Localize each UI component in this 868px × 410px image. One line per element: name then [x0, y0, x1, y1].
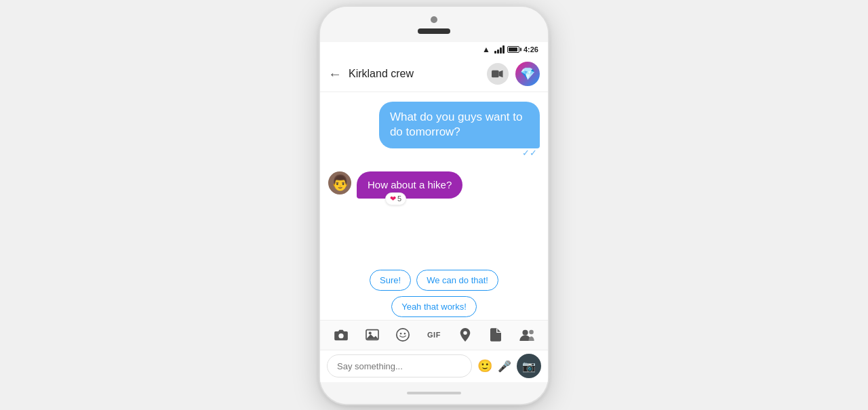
camera-fab-button[interactable]: 📷 [517, 354, 541, 378]
outgoing-text: What do you guys want to do tomorrow? [390, 110, 523, 139]
incoming-message: 👨 How about a hike? ❤ 5 [328, 171, 540, 199]
video-call-button[interactable] [487, 63, 509, 85]
app-header: ← Kirkland crew 💎 [320, 57, 548, 92]
scene: ▲ 4:26 ← Kirkland cr [0, 0, 868, 410]
emoji-button[interactable]: 🙂 [477, 358, 492, 373]
diamond-icon: 💎 [520, 66, 535, 81]
group-avatar-button[interactable]: 💎 [515, 62, 540, 86]
top-bezel [320, 7, 548, 42]
gif-toolbar-button[interactable]: GIF [423, 324, 445, 346]
contacts-icon [519, 329, 534, 341]
incoming-text: How about a hike? [368, 179, 452, 190]
outgoing-bubble: What do you guys want to do tomorrow? [379, 102, 540, 149]
location-toolbar-button[interactable] [454, 324, 476, 346]
bottom-toolbar: GIF [320, 320, 548, 350]
video-icon [492, 70, 504, 78]
smart-reply-we-can[interactable]: We can do that! [416, 270, 498, 291]
image-toolbar-button[interactable] [361, 324, 383, 346]
speaker-grille [418, 28, 450, 34]
header-actions: 💎 [487, 62, 540, 86]
smart-replies-container: Sure! We can do that! Yeah that works! [320, 263, 548, 320]
svg-point-11 [529, 330, 534, 335]
contacts-toolbar-button[interactable] [516, 324, 538, 346]
svg-rect-0 [492, 70, 499, 78]
bottom-bezel [320, 382, 548, 404]
file-icon [490, 328, 501, 342]
battery-icon [507, 46, 519, 53]
message-input[interactable] [327, 354, 472, 377]
camera-toolbar-button[interactable] [330, 324, 352, 346]
back-button[interactable]: ← [328, 66, 342, 82]
camera-dot [431, 16, 437, 23]
status-icons: ▲ 4:26 [482, 45, 538, 54]
reaction-count: 5 [397, 194, 401, 203]
status-time: 4:26 [524, 45, 538, 54]
svg-point-7 [400, 333, 402, 335]
image-icon [366, 329, 379, 341]
file-toolbar-button[interactable] [485, 324, 507, 346]
input-area: 🙂 🎤 📷 [320, 350, 548, 382]
heart-icon: ❤ [390, 194, 396, 203]
location-icon [460, 328, 471, 342]
input-actions: 🙂 🎤 📷 [477, 354, 541, 378]
app-screen: ← Kirkland crew 💎 [320, 57, 548, 382]
home-indicator [407, 392, 461, 394]
mic-button[interactable]: 🎤 [498, 360, 511, 373]
read-receipt-icon: ✓✓ [522, 148, 537, 158]
svg-marker-1 [499, 70, 503, 78]
chat-area: What do you guys want to do tomorrow? ✓✓… [320, 92, 548, 263]
reaction-badge: ❤ 5 [385, 192, 406, 205]
camera-fab-icon: 📷 [522, 360, 536, 373]
signal-icon [494, 45, 505, 54]
svg-point-4 [368, 332, 371, 335]
svg-point-8 [404, 333, 406, 335]
outgoing-message: What do you guys want to do tomorrow? ✓✓ [328, 102, 540, 149]
svg-point-10 [523, 330, 528, 335]
svg-marker-5 [366, 334, 378, 339]
svg-point-9 [463, 331, 467, 335]
svg-point-6 [397, 329, 409, 341]
avatar-emoji: 👨 [331, 174, 349, 192]
sticker-toolbar-button[interactable] [392, 324, 414, 346]
svg-point-2 [338, 333, 343, 338]
status-bar: ▲ 4:26 [320, 42, 548, 57]
chat-title: Kirkland crew [349, 68, 487, 80]
smart-reply-sure[interactable]: Sure! [370, 270, 411, 291]
phone-shell: ▲ 4:26 ← Kirkland cr [319, 5, 549, 405]
incoming-bubble: How about a hike? [357, 171, 462, 199]
camera-icon [334, 329, 348, 341]
wifi-icon: ▲ [482, 45, 490, 54]
gif-label: GIF [427, 331, 441, 339]
sticker-icon [396, 328, 410, 342]
sender-avatar: 👨 [328, 171, 351, 194]
smart-reply-yeah[interactable]: Yeah that works! [391, 296, 477, 317]
